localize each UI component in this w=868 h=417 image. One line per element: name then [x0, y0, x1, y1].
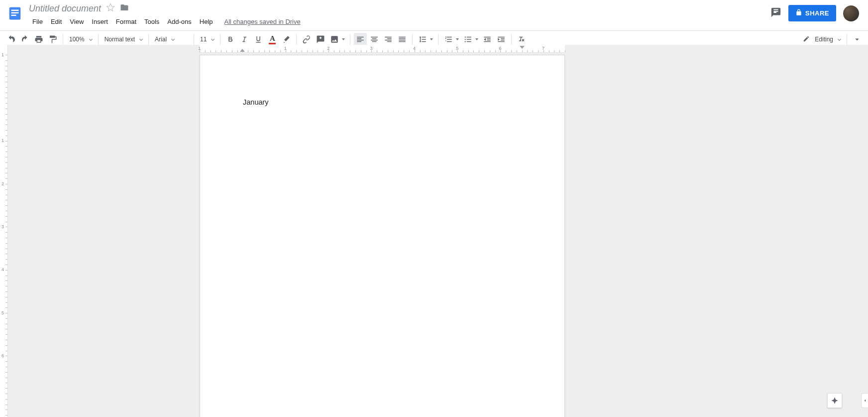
side-panel-toggle[interactable]: [861, 393, 868, 408]
move-to-folder-icon[interactable]: [120, 3, 129, 14]
increase-indent-button[interactable]: [495, 33, 508, 46]
vertical-ruler[interactable]: 1123456: [0, 45, 8, 417]
document-body-text[interactable]: January: [243, 98, 269, 106]
insert-image-button[interactable]: [327, 33, 347, 46]
menu-file[interactable]: File: [29, 16, 46, 27]
print-button[interactable]: [32, 33, 45, 46]
svg-point-4: [465, 36, 466, 37]
menu-view[interactable]: View: [66, 16, 87, 27]
svg-rect-1: [11, 10, 19, 11]
font-family-value: Arial: [155, 36, 167, 43]
share-button[interactable]: SHARE: [788, 5, 836, 21]
svg-rect-3: [11, 15, 16, 16]
align-right-button[interactable]: [382, 33, 395, 46]
document-canvas[interactable]: 11234567 January: [8, 45, 868, 417]
horizontal-ruler[interactable]: 11234567: [200, 45, 565, 53]
editing-mode-value: Editing: [815, 36, 833, 43]
bulleted-list-button[interactable]: [461, 33, 480, 46]
font-family-select[interactable]: Arial: [152, 36, 191, 43]
insert-link-button[interactable]: [300, 33, 313, 46]
align-left-button[interactable]: [354, 33, 367, 46]
menu-tools[interactable]: Tools: [141, 16, 163, 27]
clear-formatting-button[interactable]: [515, 33, 528, 46]
collapse-toolbar-button[interactable]: [851, 33, 864, 46]
redo-button[interactable]: [18, 33, 31, 46]
paragraph-style-select[interactable]: Normal text: [102, 36, 145, 43]
header-right: SHARE: [770, 3, 862, 21]
svg-point-5: [465, 39, 466, 40]
explore-button[interactable]: [827, 393, 842, 408]
lock-icon: [795, 9, 802, 17]
decrease-indent-button[interactable]: [481, 33, 494, 46]
menu-bar: File Edit View Insert Format Tools Add-o…: [29, 16, 301, 27]
align-center-button[interactable]: [368, 33, 381, 46]
menu-edit[interactable]: Edit: [47, 16, 65, 27]
undo-button[interactable]: [4, 33, 17, 46]
bold-button[interactable]: [224, 33, 237, 46]
paint-format-button[interactable]: [46, 33, 59, 46]
star-icon[interactable]: [106, 3, 115, 14]
document-title[interactable]: Untitled document: [29, 3, 101, 14]
font-size-value: 11: [200, 36, 207, 43]
menu-insert[interactable]: Insert: [88, 16, 111, 27]
text-color-button[interactable]: A: [266, 33, 279, 46]
editing-mode-select[interactable]: Editing: [800, 35, 844, 44]
menu-addons[interactable]: Add-ons: [164, 16, 195, 27]
align-justify-button[interactable]: [396, 33, 409, 46]
insert-comment-button[interactable]: [314, 33, 327, 46]
pencil-icon: [803, 35, 810, 44]
save-status[interactable]: All changes saved in Drive: [224, 18, 301, 25]
title-area: Untitled document File Edit View Insert …: [29, 3, 301, 27]
italic-button[interactable]: [238, 33, 251, 46]
highlight-color-button[interactable]: [280, 33, 293, 46]
numbered-list-button[interactable]: [441, 33, 461, 46]
zoom-value: 100%: [69, 36, 85, 43]
underline-button[interactable]: [252, 33, 265, 46]
svg-point-6: [465, 41, 466, 42]
horizontal-ruler-bg: 11234567: [8, 45, 868, 53]
account-avatar[interactable]: [843, 5, 859, 21]
app-header: Untitled document File Edit View Insert …: [0, 0, 868, 27]
docs-logo-icon[interactable]: [6, 3, 24, 24]
paragraph-style-value: Normal text: [105, 36, 135, 43]
menu-format[interactable]: Format: [112, 16, 140, 27]
menu-help[interactable]: Help: [196, 16, 217, 27]
comments-icon[interactable]: [770, 7, 781, 20]
font-size-select[interactable]: 11: [197, 36, 217, 43]
zoom-select[interactable]: 100%: [66, 36, 95, 43]
workspace: 1123456 11234567 January: [0, 45, 868, 417]
document-page[interactable]: January: [200, 55, 565, 417]
line-spacing-button[interactable]: [416, 33, 435, 46]
share-label: SHARE: [805, 9, 829, 17]
svg-rect-2: [11, 12, 19, 14]
